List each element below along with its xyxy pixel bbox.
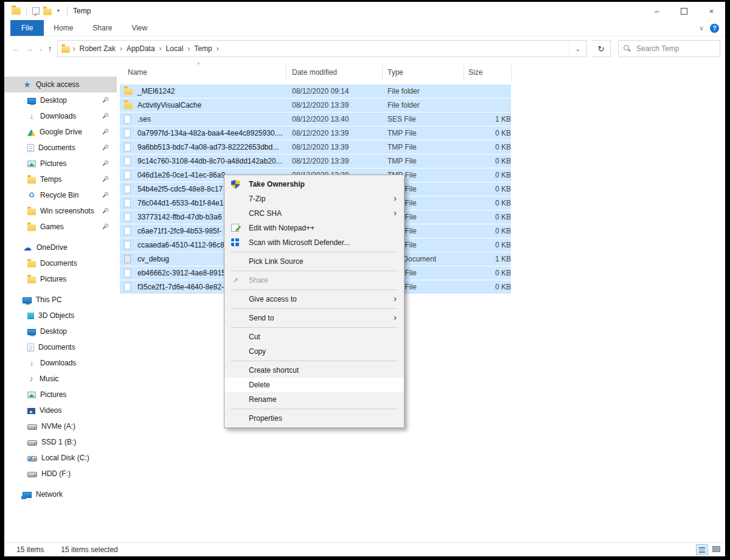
menu-item-share[interactable]: Share [224, 273, 404, 288]
breadcrumb-chevron-icon[interactable]: › [214, 44, 222, 53]
sidebar-item-onedrive[interactable]: OneDrive [4, 240, 117, 255]
menu-item-label: Share [249, 276, 268, 285]
properties-check-icon[interactable] [32, 7, 40, 15]
file-row-046d1e26-0ce1-41ec-86a9[interactable]: 046d1e26-0ce1-41ec-86a9-...08/12/2020 13… [117, 168, 725, 182]
sidebar-item-pictures[interactable]: Pictures [4, 387, 117, 403]
file-row-9a6bb513-bdc7-4a08-ad73-82222653dbd[interactable]: 9a6bb513-bdc7-4a08-ad73-82222653dbd...08… [117, 140, 725, 154]
column-divider[interactable] [382, 65, 383, 81]
menu-item-create-shortcut[interactable]: Create shortcut [224, 363, 404, 378]
column-divider[interactable] [286, 65, 287, 81]
search-box[interactable] [618, 40, 720, 57]
help-icon[interactable]: ? [710, 24, 719, 33]
menu-item-take-ownership[interactable]: Take Ownership [224, 177, 404, 192]
back-icon[interactable]: ← [12, 44, 20, 54]
file-row-9c14c760-3108-44db-8c70-a48dd142ab20[interactable]: 9c14c760-3108-44db-8c70-a48dd142ab20...0… [117, 154, 725, 168]
file-row-f35ce2f1-7d6e-4640-8e82[interactable]: f35ce2f1-7d6e-4640-8e82-TMP File0 KB [117, 280, 725, 294]
column-divider[interactable] [464, 65, 464, 81]
sidebar-item-documents[interactable]: Documents [4, 140, 117, 156]
menu-item-give-access-to[interactable]: Give access to› [224, 292, 404, 306]
file-row-ccaaeda6-4510-4112-96c8[interactable]: ccaaeda6-4510-4112-96c8TMP File0 KB [117, 238, 725, 252]
menu-item-properties[interactable]: Properties [224, 411, 404, 426]
details-view-button[interactable] [696, 544, 708, 555]
sidebar-item-pictures[interactable]: Pictures [4, 156, 117, 171]
breadcrumb-chevron-icon[interactable]: › [117, 44, 125, 53]
maximize-button[interactable] [670, 2, 698, 20]
sidebar-item-desktop[interactable]: Desktop [4, 92, 117, 108]
forward-icon[interactable]: → [25, 44, 33, 54]
menu-item-copy[interactable]: Copy [224, 344, 404, 359]
file-row-54b4e2f5-cdc5-48e8-8c17[interactable]: 54b4e2f5-cdc5-48e8-8c17TMP File0 KB [117, 182, 725, 196]
file-row-76c044d1-6533-4b1f-84e1[interactable]: 76c044d1-6533-4b1f-84e1TMP File0 KB [117, 196, 725, 210]
column-header-type[interactable]: Type [388, 68, 403, 77]
breadcrumb-item-local[interactable]: Local [165, 44, 185, 53]
breadcrumb-item-appdata[interactable]: AppData [125, 44, 156, 53]
menu-item-pick-link-source[interactable]: Pick Link Source [224, 254, 404, 269]
file-row-33773142-ffbd-47db-b3a6[interactable]: 33773142-ffbd-47db-b3a6TMP File0 KB [117, 210, 725, 224]
menu-item-send-to[interactable]: Send to› [224, 311, 404, 325]
thumbnails-view-button[interactable] [711, 544, 721, 554]
sidebar-item-recycle-bin[interactable]: Recycle Bin [4, 187, 117, 203]
breadcrumb-chevron-icon[interactable]: › [70, 44, 78, 53]
breadcrumb-chevron-icon[interactable]: › [156, 44, 165, 53]
minimize-button[interactable]: – [643, 2, 670, 20]
file-date: 08/12/2020 09:14 [292, 87, 349, 95]
sidebar-item-pictures[interactable]: Pictures [4, 271, 117, 287]
address-dropdown-icon[interactable]: ⌄ [569, 41, 586, 57]
sidebar-item-videos[interactable]: Videos [4, 403, 117, 418]
refresh-button[interactable]: ↻ [592, 40, 611, 57]
sidebar-item-documents[interactable]: Documents [4, 255, 117, 271]
address-bar[interactable]: ›Robert Zak›AppData›Local›Temp› ⌄ [57, 40, 587, 57]
menu-item-7-zip[interactable]: 7-Zip› [224, 192, 404, 206]
qat-dropdown-icon[interactable] [55, 8, 61, 14]
menu-item-scan-with-microsoft-defender[interactable]: Scan with Microsoft Defender... [224, 235, 404, 250]
file-row-0a7997fd-134a-482a-baa4-4ee4c8925930[interactable]: 0a7997fd-134a-482a-baa4-4ee4c8925930....… [117, 126, 725, 140]
sidebar-item-local-disk-c[interactable]: Local Disk (C:) [4, 450, 117, 466]
column-header-size[interactable]: Size [468, 68, 482, 77]
search-input[interactable] [635, 44, 704, 54]
menu-item-cut[interactable]: Cut [224, 330, 404, 344]
new-folder-icon[interactable] [43, 9, 52, 15]
sidebar-item-downloads[interactable]: Downloads [4, 108, 117, 124]
menu-item-delete[interactable]: Delete [224, 378, 404, 392]
breadcrumb-item-robert-zak[interactable]: Robert Zak [78, 44, 117, 53]
recent-locations-icon[interactable]: ⌄ [38, 46, 43, 52]
column-header-name[interactable]: Name [128, 68, 147, 77]
sidebar-item-desktop[interactable]: Desktop [4, 323, 117, 339]
sidebar-item-games[interactable]: Games [4, 219, 117, 235]
sidebar-item-hdd-f[interactable]: HDD (F:) [4, 466, 117, 482]
sidebar-item-google-drive[interactable]: Google Drive [4, 124, 117, 140]
file-icon [124, 171, 131, 179]
tab-file[interactable]: File [10, 20, 44, 36]
sidebar-item-nvme-a[interactable]: NVMe (A:) [4, 418, 117, 434]
file-row-activityvisualcache[interactable]: ActivityVisualCache08/12/2020 13:39File … [117, 99, 725, 112]
breadcrumb-item-temp[interactable]: Temp [193, 44, 213, 53]
close-button[interactable]: × [698, 2, 725, 20]
file-row-eb46662c-3912-4ae8-8915[interactable]: eb46662c-3912-4ae8-8915TMP File0 KB [117, 266, 725, 280]
breadcrumb-chevron-icon[interactable]: › [184, 44, 193, 53]
sidebar-item-ssd-1-b[interactable]: SSD 1 (B:) [4, 434, 117, 450]
file-gray-icon [124, 255, 131, 263]
ribbon-collapse-icon[interactable]: ∨ [699, 24, 704, 32]
column-divider[interactable] [511, 65, 512, 81]
file-row-ses[interactable]: .ses08/12/2020 13:40SES File1 KB [117, 112, 725, 126]
menu-item-edit-with-notepad[interactable]: Edit with Notepad++ [224, 221, 404, 235]
sidebar-item-this-pc[interactable]: This PC [4, 292, 117, 308]
sidebar-item-music[interactable]: Music [4, 371, 117, 387]
file-row-cv-debug[interactable]: cv_debugText Document1 KB [117, 252, 725, 266]
file-row-mei61242[interactable]: _MEI6124208/12/2020 09:14File folder [117, 85, 725, 99]
sidebar-item-3d-objects[interactable]: 3D Objects [4, 308, 117, 323]
menu-item-rename[interactable]: Rename [224, 392, 404, 407]
tab-home[interactable]: Home [44, 20, 83, 36]
sidebar-item-win-screenshots[interactable]: Win screenshots [4, 203, 117, 219]
up-icon[interactable]: ↑ [48, 44, 52, 54]
file-row-c6ae71f1-2fc9-4b53-985f[interactable]: c6ae71f1-2fc9-4b53-985f-TMP File0 KB [117, 224, 725, 238]
column-header-date-modified[interactable]: Date modified [292, 68, 337, 77]
sidebar-item-downloads[interactable]: Downloads [4, 355, 117, 371]
sidebar-item-quick-access[interactable]: Quick access [4, 77, 117, 92]
sidebar-item-temps[interactable]: Temps [4, 171, 117, 187]
sidebar-item-network[interactable]: Network [4, 486, 117, 502]
sidebar-item-documents[interactable]: Documents [4, 339, 117, 355]
tab-view[interactable]: View [122, 20, 157, 36]
tab-share[interactable]: Share [83, 20, 122, 36]
menu-item-crc-sha[interactable]: CRC SHA› [224, 206, 404, 221]
